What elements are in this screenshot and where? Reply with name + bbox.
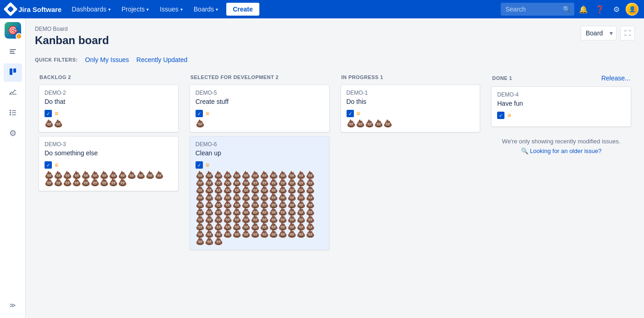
svg-rect-9	[12, 112, 16, 113]
search-wrapper: 🔍	[501, 3, 574, 16]
nav-dashboards[interactable]: Dashboards ▾	[67, 0, 115, 18]
card-DEMO-1[interactable]: DEMO-1Do this✓≡💩💩💩💩💩	[341, 85, 481, 132]
card-avatar: 💩💩	[45, 120, 63, 127]
svg-rect-7	[12, 110, 16, 111]
search-icon: 🔍	[563, 6, 571, 13]
svg-rect-3	[10, 68, 12, 75]
card-id: DEMO-5	[196, 90, 324, 96]
card-meta: ✓≡	[196, 161, 324, 169]
card-checkbox-icon: ✓	[347, 110, 354, 117]
card-meta: ✓≡	[347, 110, 475, 117]
card-title: Create stuff	[196, 98, 324, 105]
sidebar-bottom: ≫	[4, 296, 22, 314]
column-title-done: DONE 1	[492, 75, 512, 81]
board-controls: Board ⛶	[581, 26, 635, 40]
column-inprogress: IN PROGRESS 1DEMO-1Do this✓≡💩💩💩💩💩	[337, 71, 484, 255]
card-checkbox-icon: ✓	[45, 110, 52, 117]
nav-issues[interactable]: Issues ▾	[155, 0, 187, 18]
svg-rect-5	[9, 94, 17, 95]
project-avatar[interactable]: 🎯 !	[5, 22, 21, 39]
quick-filters-bar: QUICK FILTERS: Only My Issues Recently U…	[35, 56, 635, 63]
sidebar-item-board[interactable]	[4, 63, 22, 82]
create-button[interactable]: Create	[226, 3, 259, 16]
card-checkbox-icon: ✓	[45, 161, 52, 169]
settings-gear-icon: ⚙	[9, 128, 17, 138]
board-icon	[9, 68, 17, 78]
card-priority-icon: ≡	[357, 110, 360, 117]
page-title: Kanban board	[35, 34, 109, 47]
card-id: DEMO-2	[45, 90, 173, 96]
card-meta: ✓≡	[45, 110, 173, 117]
sidebar-item-issues-list[interactable]	[4, 104, 22, 122]
dashboards-chevron-icon: ▾	[108, 7, 111, 12]
card-title: Do this	[347, 98, 475, 105]
card-meta: ✓≡	[45, 161, 173, 169]
sidebar-item-reports[interactable]	[4, 84, 22, 102]
settings-icon[interactable]: ⚙	[609, 2, 624, 17]
card-meta: ✓≡	[497, 112, 625, 119]
sidebar-item-settings[interactable]: ⚙	[4, 124, 22, 142]
column-backlog: BACKLOG 2DEMO-2Do that✓≡💩💩DEMO-3Do somet…	[35, 71, 182, 255]
card-avatars: 💩	[196, 120, 324, 127]
card-id: DEMO-4	[497, 91, 625, 98]
card-id: DEMO-6	[196, 141, 324, 148]
notifications-icon[interactable]: 🔔	[576, 2, 591, 17]
card-avatars: 💩💩💩💩💩💩💩💩💩💩💩💩💩💩💩💩💩💩💩💩💩💩	[45, 171, 173, 186]
card-priority-icon: ≡	[55, 161, 58, 169]
user-avatar[interactable]: 👤	[626, 3, 638, 16]
brand-name: Jira Software	[18, 6, 62, 13]
card-checkbox-icon: ✓	[196, 110, 203, 117]
card-DEMO-4[interactable]: DEMO-4Have fun✓≡	[491, 86, 631, 127]
column-title-inprogress: IN PROGRESS 1	[342, 74, 383, 80]
svg-rect-11	[12, 114, 16, 115]
card-avatars: 💩💩	[45, 120, 173, 127]
card-DEMO-6[interactable]: DEMO-6Clean up✓≡💩💩💩💩💩💩💩💩💩💩💩💩💩💩💩💩💩💩💩💩💩💩💩💩…	[190, 136, 330, 250]
sidebar-expand-button[interactable]: ≫	[4, 296, 22, 314]
help-icon[interactable]: ❓	[593, 2, 607, 17]
recently-modified-notice: We're only showing recently modified iss…	[491, 131, 631, 162]
column-header-backlog: BACKLOG 2	[39, 74, 179, 80]
card-priority-icon: ≡	[55, 110, 58, 117]
column-done: DONE 1Release...DEMO-4Have fun✓≡We're on…	[487, 71, 635, 255]
column-title-backlog: BACKLOG 2	[39, 74, 71, 80]
card-avatars: 💩💩💩💩💩	[347, 120, 475, 127]
svg-rect-6	[10, 110, 11, 111]
card-checkbox-icon: ✓	[196, 161, 203, 169]
filter-recently-updated[interactable]: Recently Updated	[136, 56, 187, 63]
card-avatars: 💩💩💩💩💩💩💩💩💩💩💩💩💩💩💩💩💩💩💩💩💩💩💩💩💩💩💩💩💩💩💩💩💩💩💩💩💩💩💩💩…	[196, 171, 324, 245]
card-DEMO-5[interactable]: DEMO-5Create stuff✓≡💩	[190, 85, 330, 132]
svg-rect-1	[10, 51, 14, 52]
board-header: DEMO Board Kanban board Board ⛶	[35, 26, 635, 52]
card-checkbox-icon: ✓	[497, 112, 504, 119]
fullscreen-icon: ⛶	[624, 29, 631, 37]
sidebar-item-roadmap[interactable]	[4, 43, 22, 62]
nav-projects[interactable]: Projects ▾	[117, 0, 154, 18]
projects-chevron-icon: ▾	[146, 7, 149, 12]
quick-filters-label: QUICK FILTERS:	[35, 57, 78, 62]
roadmap-icon	[9, 47, 17, 58]
card-priority-icon: ≡	[206, 161, 209, 169]
svg-rect-4	[13, 68, 16, 73]
avatar-badge: !	[16, 33, 22, 40]
fullscreen-button[interactable]: ⛶	[620, 26, 635, 40]
left-sidebar: 🎯 !	[0, 18, 26, 318]
card-avatar: 💩💩💩💩💩	[347, 120, 392, 127]
svg-rect-0	[10, 49, 16, 50]
card-DEMO-2[interactable]: DEMO-2Do that✓≡💩💩	[39, 85, 179, 132]
card-priority-icon: ≡	[206, 110, 209, 117]
column-header-selected: SELECTED FOR DEVELOPMENT 2	[190, 74, 330, 80]
card-DEMO-3[interactable]: DEMO-3Do something else✓≡💩💩💩💩💩💩💩💩💩💩💩💩💩💩💩…	[39, 136, 179, 191]
older-issue-link[interactable]: 🔍 Looking for an older issue?	[495, 148, 627, 154]
card-title: Do that	[45, 98, 173, 105]
top-navigation: Jira Software Dashboards ▾ Projects ▾ Is…	[0, 0, 644, 18]
nav-boards[interactable]: Boards ▾	[189, 0, 223, 18]
filter-my-issues[interactable]: Only My Issues	[85, 56, 129, 63]
brand-logo[interactable]: Jira Software	[6, 4, 62, 14]
board-dropdown[interactable]: Board	[581, 26, 616, 40]
card-avatar: 💩💩💩💩💩💩💩💩💩💩💩💩💩💩💩💩💩💩💩💩💩💩	[45, 171, 173, 186]
column-selected: SELECTED FOR DEVELOPMENT 2DEMO-5Create s…	[186, 71, 333, 257]
boards-chevron-icon: ▾	[216, 7, 218, 12]
card-title: Have fun	[497, 100, 625, 107]
svg-rect-10	[10, 114, 11, 115]
release-button[interactable]: Release...	[601, 74, 630, 82]
